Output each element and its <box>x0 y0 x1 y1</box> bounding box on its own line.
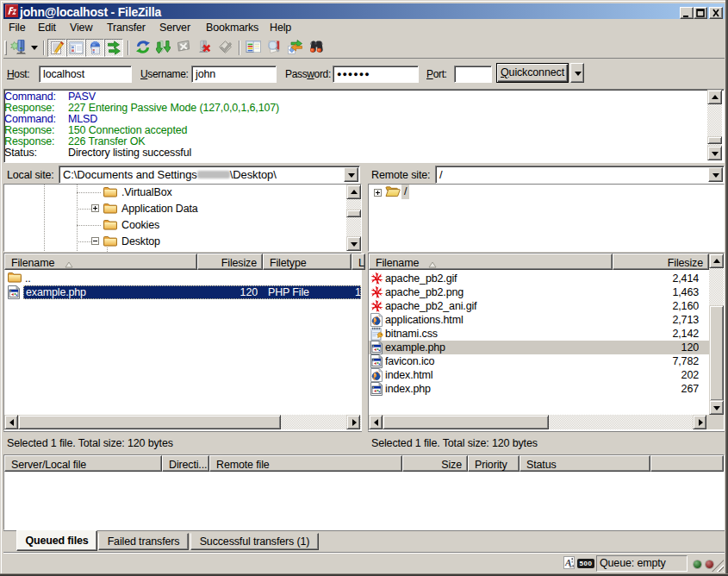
toggle-local-tree-button[interactable] <box>66 39 85 57</box>
local-tree-scroll-thumb[interactable] <box>346 210 361 217</box>
tree-item[interactable]: .VirtualBox <box>121 185 172 199</box>
column-header[interactable]: Filename <box>369 254 613 270</box>
directory-comparison-icon[interactable] <box>266 40 282 55</box>
resize-grip[interactable] <box>712 560 724 572</box>
file-row[interactable]: applications.html2,713 <box>369 313 709 327</box>
log-scroll-down-button[interactable] <box>707 146 722 160</box>
menu-bookmarks[interactable]: Bookmarks <box>206 22 258 34</box>
path-suffix: \Desktop\ <box>230 168 277 181</box>
tabstrip-border <box>3 530 725 531</box>
file-row[interactable]: index.php267 <box>369 382 709 396</box>
column-header[interactable]: Filename <box>4 254 197 270</box>
file-row[interactable]: favicon.ico7,782 <box>369 354 709 368</box>
process-queue-icon[interactable] <box>156 40 171 55</box>
password-input[interactable]: ●●●●●● <box>333 66 419 83</box>
minimize-button[interactable] <box>680 7 694 19</box>
message-log: Command:PASV Response:227 Entering Passi… <box>3 89 725 163</box>
queue-column-header[interactable]: Priority <box>468 455 520 472</box>
toggle-remote-tree-button[interactable] <box>85 39 104 57</box>
queue-column-header[interactable] <box>650 455 724 472</box>
file-row[interactable]: index.html202 <box>369 368 709 382</box>
menu-edit[interactable]: Edit <box>38 22 56 34</box>
disconnect-icon[interactable] <box>197 40 213 55</box>
port-input[interactable] <box>454 66 492 83</box>
tab-failed-transfers[interactable]: Failed transfers <box>98 533 189 550</box>
menu-transfer[interactable]: Transfer <box>107 22 146 34</box>
local-list-scroll-right[interactable] <box>346 415 360 429</box>
maximize-button[interactable] <box>694 7 707 19</box>
queue-column-header[interactable]: Size <box>402 455 468 472</box>
toggle-transfer-queue-button[interactable] <box>104 39 123 57</box>
quickconnect-dropdown-button[interactable] <box>570 63 584 83</box>
queue-column-header[interactable]: Remote file <box>209 455 402 472</box>
tab-successful-transfers[interactable]: Successful transfers (1) <box>190 533 319 550</box>
remote-list-vscroll-thumb[interactable] <box>709 305 724 401</box>
file-row[interactable]: apache_pb2.gif2,414 <box>369 272 709 285</box>
menu-help[interactable]: Help <box>270 22 291 34</box>
file-row-selected[interactable]: example.php120PHP File1 <box>4 285 361 299</box>
file-row-selected[interactable]: example.php120 <box>369 341 709 354</box>
file-row[interactable]: apache_pb2.png1,463 <box>369 285 709 299</box>
tab-queued-files[interactable]: Queued files <box>16 530 97 551</box>
cancel-operation-icon[interactable] <box>177 40 192 55</box>
led-green-icon <box>694 560 701 568</box>
local-site-dropdown-button[interactable] <box>344 167 358 182</box>
file-row[interactable]: apache_pb2_ani.gif2,160 <box>369 299 709 313</box>
log-scroll-thumb[interactable] <box>707 136 722 144</box>
tree-item[interactable]: Application Data <box>121 202 198 216</box>
queue-column-header[interactable]: Server/Local file <box>4 455 162 472</box>
menu-server[interactable]: Server <box>159 22 190 34</box>
log-scroll-up-button[interactable] <box>707 90 722 104</box>
tree-item[interactable]: Desktop <box>121 235 160 248</box>
column-header-label: Filesize <box>221 256 257 270</box>
remote-site-dropdown-button[interactable] <box>708 167 723 182</box>
quickconnect-button[interactable]: Quickconnect <box>496 63 569 83</box>
column-header[interactable]: Last modified <box>352 254 365 270</box>
tree-item[interactable]: Cookies <box>121 218 159 232</box>
remote-list-scroll-right[interactable] <box>693 415 706 429</box>
close-button[interactable] <box>709 7 723 19</box>
refresh-icon[interactable] <box>135 40 151 55</box>
remote-list-hscroll-thumb[interactable] <box>383 415 549 429</box>
queue-column-header[interactable]: Directi... <box>162 455 209 472</box>
column-header[interactable]: Filesize <box>197 254 263 270</box>
directory-filters-icon[interactable] <box>246 40 261 55</box>
redacted-username <box>197 171 230 178</box>
local-tree-scroll-up[interactable] <box>346 185 361 199</box>
title-bar[interactable]: john@localhost - FileZilla <box>3 3 725 19</box>
local-list-scroll-left[interactable] <box>4 415 18 429</box>
transfer-type-icon[interactable]: A <box>563 556 575 572</box>
filezilla-logo-icon[interactable] <box>5 4 18 20</box>
remote-list-scroll-up[interactable] <box>709 254 724 268</box>
tree-toggle-plus[interactable] <box>91 204 99 212</box>
local-site-combobox[interactable]: C:\Documents and Settings\Desktop\ <box>59 166 360 184</box>
toolbar-grip[interactable] <box>4 41 7 55</box>
remote-site-combobox[interactable]: / <box>435 166 725 184</box>
log-line-label: Response: <box>4 135 54 147</box>
synchronized-browsing-icon[interactable] <box>287 40 302 55</box>
speed-limits-icon[interactable]: 500 <box>577 559 594 568</box>
menu-view[interactable]: View <box>70 22 92 34</box>
tree-item-selected[interactable]: / <box>401 185 409 199</box>
file-row[interactable]: .. <box>4 272 361 285</box>
folder-icon <box>103 235 117 249</box>
host-input[interactable]: localhost <box>39 66 132 83</box>
site-manager-icon[interactable] <box>10 39 26 54</box>
column-header[interactable]: Filetype <box>263 254 352 270</box>
menu-file[interactable]: File <box>9 22 26 34</box>
tree-toggle-plus[interactable] <box>374 189 382 197</box>
local-list-hscroll-thumb[interactable] <box>18 415 281 429</box>
remote-list-scroll-left[interactable] <box>369 415 383 429</box>
tree-toggle-minus[interactable] <box>91 237 99 245</box>
remote-list-scroll-down[interactable] <box>709 400 724 415</box>
username-input[interactable]: john <box>191 66 277 83</box>
reconnect-icon[interactable] <box>218 40 233 55</box>
site-manager-dropdown-icon[interactable] <box>31 46 38 50</box>
password-label: Password: <box>285 68 331 80</box>
find-files-icon[interactable] <box>308 40 323 55</box>
column-header[interactable]: Filesize <box>613 254 709 270</box>
queue-column-header[interactable]: Status <box>520 455 650 472</box>
file-row[interactable]: bitnami.css2,142 <box>369 327 709 341</box>
local-tree-scroll-down[interactable] <box>346 236 361 251</box>
toggle-message-log-button[interactable] <box>47 39 66 57</box>
